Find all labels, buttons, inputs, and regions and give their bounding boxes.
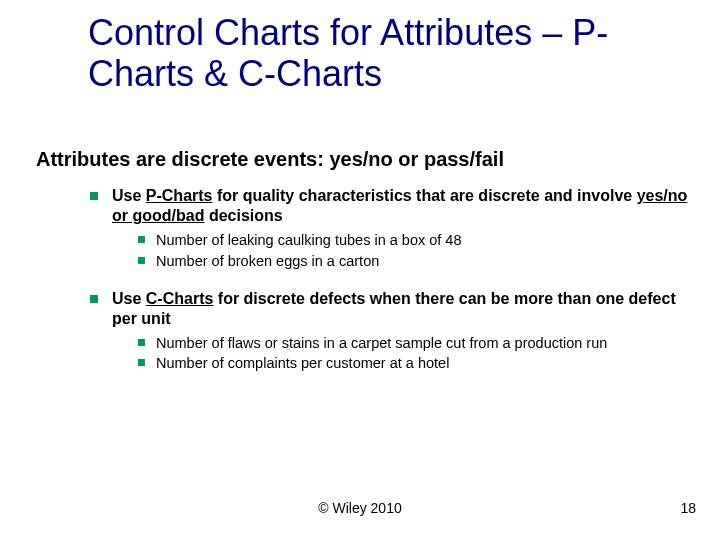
text: decisions [204, 207, 282, 224]
sub-bullet: Number of broken eggs in a carton [136, 252, 688, 271]
sub-bullet: Number of complaints per customer at a h… [136, 354, 688, 373]
footer-copyright: © Wiley 2010 [0, 500, 720, 516]
sub-list: Number of leaking caulking tubes in a bo… [112, 231, 688, 271]
bullet-ccharts: Use C-Charts for discrete defects when t… [88, 289, 688, 374]
sub-list: Number of flaws or stains in a carpet sa… [112, 334, 688, 374]
slide-title: Control Charts for Attributes – P-Charts… [88, 12, 688, 95]
text: for quality characteristics that are dis… [212, 187, 636, 204]
sub-bullet: Number of leaking caulking tubes in a bo… [136, 231, 688, 250]
page-number: 18 [680, 500, 696, 516]
text-underline: P-Charts [146, 187, 213, 204]
content-area: Use P-Charts for quality characteristics… [88, 186, 688, 391]
text-underline: C-Charts [146, 290, 214, 307]
text: Use [112, 187, 146, 204]
bullet-pcharts: Use P-Charts for quality characteristics… [88, 186, 688, 271]
text: Use [112, 290, 146, 307]
intro-line: Attributes are discrete events: yes/no o… [36, 148, 696, 171]
slide: Control Charts for Attributes – P-Charts… [0, 0, 720, 540]
sub-bullet: Number of flaws or stains in a carpet sa… [136, 334, 688, 353]
